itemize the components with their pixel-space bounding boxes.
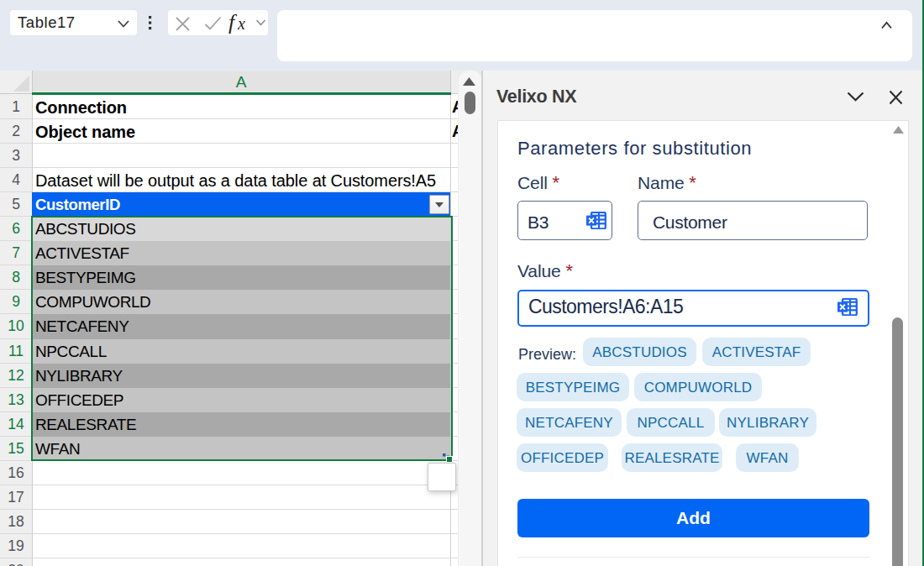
svg-text:f: f xyxy=(228,12,238,34)
svg-text:x: x xyxy=(237,14,245,33)
